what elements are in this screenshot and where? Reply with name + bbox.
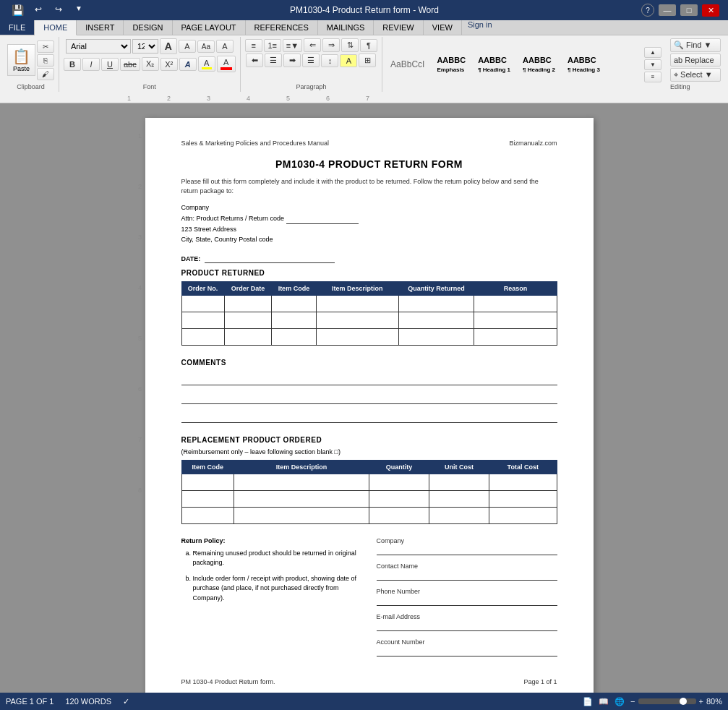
- zoom-thumb[interactable]: [680, 698, 687, 705]
- col2-item-code: Item Code: [181, 460, 234, 474]
- strikethrough-button[interactable]: abc: [120, 58, 140, 71]
- shrink-font-button[interactable]: A: [179, 40, 196, 53]
- change-case-button[interactable]: Aa: [197, 40, 215, 53]
- font-color-button[interactable]: A: [217, 56, 236, 72]
- tab-references[interactable]: REFERENCES: [246, 20, 318, 35]
- table-row: [181, 474, 557, 490]
- underline-button[interactable]: U: [101, 58, 119, 71]
- tab-file[interactable]: FILE: [0, 20, 35, 35]
- replace-button[interactable]: ab Replace: [670, 54, 721, 67]
- save-button[interactable]: 💾: [9, 3, 27, 17]
- tab-insert[interactable]: INSERT: [77, 20, 124, 35]
- page-footer: PM 1030-4 Product Return form. Page 1 of…: [181, 678, 557, 685]
- superscript-button[interactable]: X²: [160, 58, 178, 71]
- policy-item-1: Remaining unused product should be retur…: [193, 549, 362, 568]
- text-highlight-button[interactable]: A: [198, 56, 215, 72]
- policy-item-2: Include order form / receipt with produc…: [193, 574, 362, 604]
- tab-view[interactable]: VIEW: [424, 20, 462, 35]
- zoom-in-button[interactable]: +: [699, 697, 703, 706]
- view-read-button[interactable]: 📖: [599, 697, 609, 706]
- customize-button[interactable]: ▼: [70, 3, 87, 17]
- font-size-select[interactable]: 12: [132, 39, 158, 54]
- zoom-out-button[interactable]: −: [630, 697, 635, 706]
- text-effects-button[interactable]: A: [179, 58, 197, 71]
- ribbon-tabs: FILE HOME INSERT DESIGN PAGE LAYOUT REFE…: [0, 20, 728, 35]
- comment-line-1[interactable]: [181, 371, 557, 385]
- clear-format-button[interactable]: A: [216, 40, 234, 53]
- paragraph-group-label: Paragraph: [296, 82, 326, 90]
- multilevel-button[interactable]: ≡▼: [283, 39, 302, 52]
- proof-icon: ✓: [123, 697, 129, 706]
- contact-name: Contact Name: [377, 563, 557, 581]
- align-left-button[interactable]: ⬅: [246, 54, 263, 67]
- bold-button[interactable]: B: [64, 58, 81, 71]
- show-hide-button[interactable]: ¶: [360, 39, 377, 52]
- tab-home[interactable]: HOME: [35, 20, 77, 35]
- style-default[interactable]: AaBbCcI: [385, 57, 429, 72]
- zoom-slider[interactable]: [638, 698, 696, 704]
- numbering-button[interactable]: 1≡: [264, 39, 281, 52]
- paragraph-group: ≡ 1≡ ≡▼ ⇐ ⇒ ⇅ ¶ ⬅ ☰ ➡ ☰ ↕ A ⊞ Paragraph: [241, 37, 382, 92]
- cut-button[interactable]: ✂: [37, 40, 54, 53]
- bullets-button[interactable]: ≡: [245, 39, 262, 52]
- shading-button[interactable]: A: [340, 54, 357, 67]
- align-right-button[interactable]: ➡: [283, 54, 301, 67]
- comments-title: COMMENTS: [181, 359, 557, 367]
- style-emphasis[interactable]: AABBCEmphasis: [432, 54, 471, 75]
- minimize-button[interactable]: —: [659, 4, 676, 16]
- italic-button[interactable]: I: [82, 58, 100, 71]
- tab-review[interactable]: REVIEW: [374, 20, 423, 35]
- line-spacing-button[interactable]: ↕: [321, 54, 338, 67]
- sign-in-button[interactable]: Sign in: [462, 20, 498, 35]
- copy-button[interactable]: ⎘: [37, 54, 54, 67]
- intro-text: Please fill out this form completely and…: [181, 177, 557, 195]
- style-heading2[interactable]: AABBC¶ Heading 2: [518, 54, 560, 75]
- replacement-table: Item Code Item Description Quantity Unit…: [181, 460, 557, 524]
- sort-button[interactable]: ⇅: [341, 38, 359, 52]
- format-painter-button[interactable]: 🖌: [37, 68, 54, 80]
- align-center-button[interactable]: ☰: [265, 54, 282, 67]
- header-right: Bizmanualz.com: [509, 140, 557, 147]
- subscript-button[interactable]: X₂: [142, 57, 159, 71]
- comment-line-3[interactable]: [181, 409, 557, 423]
- styles-up-button[interactable]: ▲: [644, 47, 661, 58]
- table-row: [181, 328, 557, 345]
- footer-left: PM 1030-4 Product Return form.: [181, 678, 275, 685]
- borders-button[interactable]: ⊞: [359, 54, 376, 67]
- maximize-button[interactable]: □: [680, 4, 698, 16]
- col2-item-desc: Item Description: [234, 460, 369, 474]
- styles-down-button[interactable]: ▼: [644, 59, 661, 70]
- left-margin: 12345678: [135, 118, 145, 710]
- increase-indent-button[interactable]: ⇒: [322, 38, 340, 52]
- decrease-indent-button[interactable]: ⇐: [304, 38, 321, 52]
- grow-font-button[interactable]: A: [160, 38, 177, 54]
- view-web-button[interactable]: 🌐: [614, 697, 625, 706]
- find-button[interactable]: 🔍 Find ▼: [670, 38, 721, 52]
- col-qty-returned: Quantity Returned: [398, 281, 474, 295]
- style-heading3[interactable]: AABBC¶ Heading 3: [562, 54, 605, 75]
- close-button[interactable]: ✕: [702, 4, 719, 17]
- date-field[interactable]: [205, 255, 335, 263]
- justify-button[interactable]: ☰: [302, 54, 320, 67]
- company-name: Company: [181, 202, 557, 213]
- redo-button[interactable]: ↪: [50, 3, 67, 17]
- policy-list: Remaining unused product should be retur…: [181, 549, 362, 604]
- font-family-select[interactable]: Arial: [66, 39, 131, 54]
- paste-button[interactable]: 📋 Paste: [7, 44, 35, 76]
- undo-button[interactable]: ↩: [30, 3, 47, 17]
- status-bar: PAGE 1 OF 1 120 WORDS ✓ 📄 📖 🌐 − + 80%: [0, 693, 728, 710]
- section1-title: PRODUCT RETURNED: [181, 269, 557, 277]
- styles-more-button[interactable]: ≡: [644, 72, 661, 82]
- tab-design[interactable]: DESIGN: [124, 20, 172, 35]
- tab-pagelayout[interactable]: PAGE LAYOUT: [173, 20, 246, 35]
- view-print-button[interactable]: 📄: [583, 697, 593, 706]
- replacement-section: REPLACEMENT PRODUCT ORDERED (Reimburseme…: [181, 436, 557, 524]
- help-button[interactable]: ?: [641, 4, 654, 17]
- table-row: [181, 507, 557, 523]
- tab-mailings[interactable]: MAILINGS: [318, 20, 374, 35]
- style-heading1[interactable]: AABBC¶ Heading 1: [473, 54, 515, 75]
- comment-line-2[interactable]: [181, 390, 557, 404]
- return-policy-section: Return Policy: Remaining unused product …: [181, 537, 557, 664]
- select-button[interactable]: ⌖ Select ▼: [670, 68, 721, 82]
- product-returned-table: Order No. Order Date Item Code Item Desc…: [181, 281, 557, 346]
